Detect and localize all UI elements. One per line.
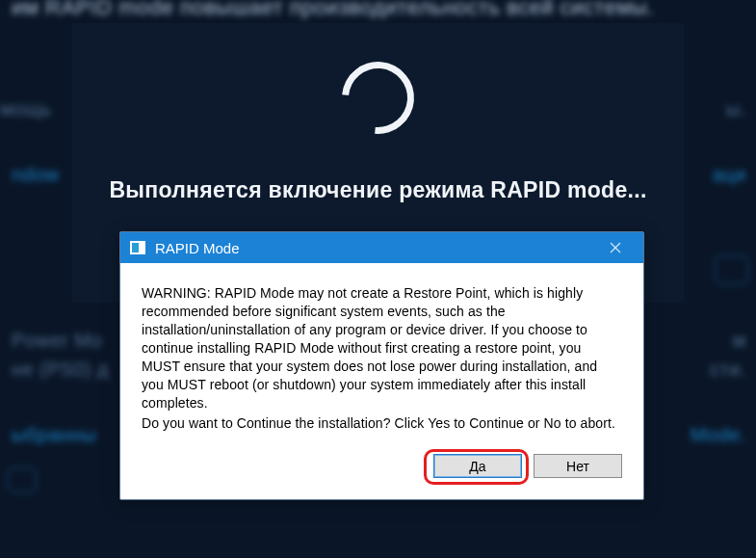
bg-text: аци — [713, 164, 746, 186]
app-icon — [130, 241, 145, 254]
dialog-footer: Да Нет — [120, 450, 643, 499]
bg-text: Mode. — [691, 424, 746, 446]
bg-outline-box — [8, 467, 37, 492]
close-icon — [610, 242, 621, 253]
bg-text: ы. — [726, 98, 746, 120]
bg-text: мощь — [0, 98, 52, 120]
dialog-title: RAPID Mode — [155, 240, 597, 256]
bg-outline-box — [715, 255, 748, 284]
loading-message: Выполняется включение режима RAPID mode.… — [109, 177, 646, 203]
bg-text: Power Moне (PS0) д — [12, 326, 109, 384]
warning-text: WARNING: RAPID Mode may not create a Res… — [142, 284, 622, 412]
dialog-body: WARNING: RAPID Mode may not create a Res… — [120, 263, 643, 450]
bg-text: мсти. — [710, 326, 746, 384]
loading-spinner-icon — [327, 47, 430, 149]
confirmation-dialog: RAPID Mode WARNING: RAPID Mode may not c… — [119, 231, 644, 500]
bg-text: ыбранны — [12, 424, 96, 446]
no-button[interactable]: Нет — [534, 454, 622, 478]
dialog-titlebar[interactable]: RAPID Mode — [120, 232, 643, 263]
bg-text: им RAPID mode повышает производительност… — [12, 0, 654, 20]
bg-text: ndow — [12, 164, 60, 186]
yes-button[interactable]: Да — [433, 454, 522, 478]
question-text: Do you want to Continue the installation… — [142, 414, 622, 433]
close-button[interactable] — [597, 234, 634, 261]
